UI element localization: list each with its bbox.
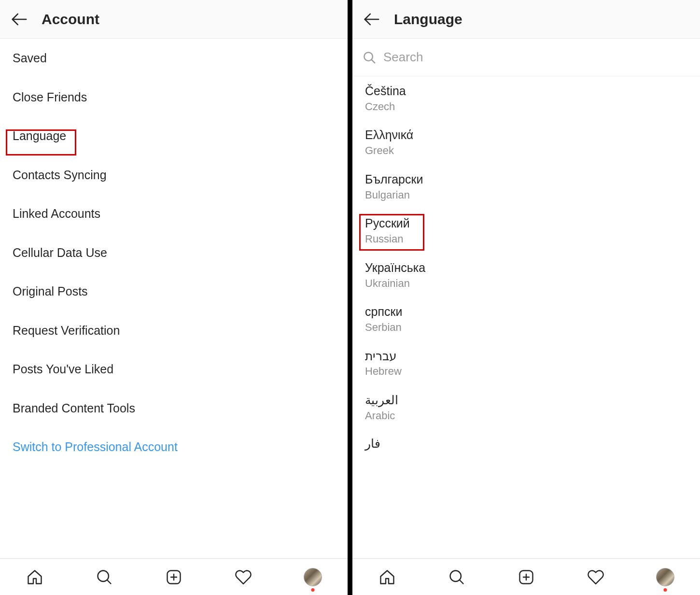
- nav-home[interactable]: [23, 566, 46, 589]
- heart-icon: [587, 568, 604, 586]
- plus-square-icon: [518, 568, 535, 586]
- menu-item-cellular-data-use[interactable]: Cellular Data Use: [0, 233, 348, 272]
- language-english: Greek: [365, 143, 687, 158]
- language-english: Serbian: [365, 320, 687, 335]
- arrow-left-icon: [10, 10, 28, 28]
- language-item-serbian[interactable]: српски Serbian: [352, 297, 700, 341]
- language-native: Български: [365, 171, 687, 188]
- language-english: Russian: [365, 232, 687, 246]
- back-button[interactable]: [9, 9, 30, 30]
- language-item-ukrainian[interactable]: Українська Ukrainian: [352, 253, 700, 297]
- heart-icon: [235, 568, 252, 586]
- svg-line-8: [372, 60, 375, 63]
- language-english: Hebrew: [365, 364, 687, 379]
- language-native: Русский: [365, 215, 687, 232]
- page-title: Language: [394, 11, 462, 28]
- avatar-icon: [304, 568, 322, 586]
- language-native: Čeština: [365, 83, 687, 99]
- search-icon: [448, 568, 465, 586]
- panel-divider: [348, 0, 352, 595]
- svg-line-2: [107, 580, 111, 584]
- plus-square-icon: [165, 568, 182, 586]
- home-icon: [378, 568, 396, 586]
- menu-item-request-verification[interactable]: Request Verification: [0, 311, 348, 350]
- language-native: Українська: [365, 260, 687, 276]
- menu-item-branded-content-tools[interactable]: Branded Content Tools: [0, 389, 348, 428]
- arrow-left-icon: [363, 10, 381, 28]
- menu-item-original-posts[interactable]: Original Posts: [0, 272, 348, 311]
- nav-profile[interactable]: [654, 566, 677, 589]
- nav-activity[interactable]: [232, 566, 255, 589]
- language-item-bulgarian[interactable]: Български Bulgarian: [352, 165, 700, 209]
- bottom-nav: [0, 558, 348, 595]
- menu-item-posts-liked[interactable]: Posts You've Liked: [0, 350, 348, 389]
- nav-activity[interactable]: [584, 566, 607, 589]
- language-item-partial[interactable]: فار: [352, 430, 700, 451]
- nav-add-post[interactable]: [162, 566, 185, 589]
- language-native: Ελληνικά: [365, 127, 687, 143]
- home-icon: [26, 568, 43, 586]
- search-icon: [96, 568, 113, 586]
- language-item-russian[interactable]: Русский Russian: [352, 209, 700, 253]
- language-english: Ukrainian: [365, 276, 687, 291]
- menu-item-close-friends[interactable]: Close Friends: [0, 78, 348, 117]
- language-list: Čeština Czech Ελληνικά Greek Български B…: [352, 76, 700, 558]
- language-native: فار: [365, 437, 687, 451]
- language-native: עברית: [365, 348, 687, 365]
- language-english: Bulgarian: [365, 188, 687, 202]
- nav-profile[interactable]: [301, 566, 324, 589]
- language-native: العربية: [365, 392, 687, 409]
- nav-home[interactable]: [376, 566, 399, 589]
- menu-item-saved[interactable]: Saved: [0, 39, 348, 78]
- menu-item-contacts-syncing[interactable]: Contacts Syncing: [0, 156, 348, 195]
- account-settings-panel: Account Saved Close Friends Language Con…: [0, 0, 348, 595]
- svg-line-10: [460, 580, 463, 584]
- nav-add-post[interactable]: [515, 566, 538, 589]
- back-button[interactable]: [361, 9, 382, 30]
- language-english: Arabic: [365, 409, 687, 423]
- menu-item-language[interactable]: Language: [0, 116, 348, 156]
- language-item-greek[interactable]: Ελληνικά Greek: [352, 120, 700, 164]
- language-native: српски: [365, 304, 687, 320]
- language-settings-panel: Language Čeština Czech Ελληνικά Greek Бъ…: [352, 0, 700, 595]
- page-title: Account: [42, 11, 99, 28]
- language-item-hebrew[interactable]: עברית Hebrew: [352, 341, 700, 385]
- language-item-arabic[interactable]: العربية Arabic: [352, 385, 700, 429]
- search-row: [352, 39, 700, 76]
- notification-dot-icon: [664, 588, 667, 592]
- nav-search[interactable]: [93, 566, 116, 589]
- search-icon: [361, 49, 378, 66]
- notification-dot-icon: [311, 588, 315, 592]
- avatar-icon: [656, 568, 674, 586]
- header-bar: Language: [352, 0, 700, 39]
- header-bar: Account: [0, 0, 348, 39]
- search-input[interactable]: [383, 50, 691, 65]
- language-item-czech[interactable]: Čeština Czech: [352, 76, 700, 120]
- menu-item-linked-accounts[interactable]: Linked Accounts: [0, 194, 348, 233]
- language-english: Czech: [365, 99, 687, 114]
- bottom-nav: [352, 558, 700, 595]
- account-menu-list: Saved Close Friends Language Contacts Sy…: [0, 39, 348, 558]
- switch-professional-link[interactable]: Switch to Professional Account: [0, 427, 348, 467]
- nav-search[interactable]: [445, 566, 468, 589]
